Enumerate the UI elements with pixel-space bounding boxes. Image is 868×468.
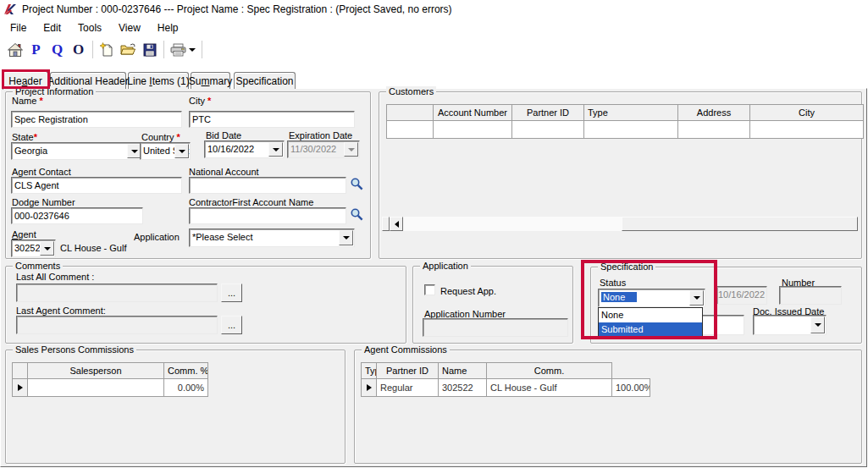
last-all-comment-label: Last All Comment : <box>16 272 94 282</box>
status-dropdown[interactable]: None <box>598 289 705 307</box>
partner-id-cell[interactable] <box>512 121 584 139</box>
tab-summary[interactable]: Summary <box>191 72 230 89</box>
state-label: State* <box>12 132 37 142</box>
app-logo-icon <box>3 3 17 16</box>
scrollbar-corner <box>382 217 390 231</box>
menu-edit[interactable]: Edit <box>35 19 69 36</box>
dropdown-option-none[interactable]: None <box>599 308 702 322</box>
open-folder-button[interactable] <box>118 40 139 60</box>
city-label: City * <box>189 96 211 106</box>
required-asterisk: * <box>207 96 211 106</box>
agent-contact-label: Agent Contact <box>12 167 71 177</box>
type-cell[interactable] <box>584 121 678 139</box>
print-dropdown-icon[interactable] <box>189 48 196 52</box>
column-header-salesperson: Salesperson <box>28 363 164 379</box>
q-icon: Q <box>52 42 63 57</box>
row-selector-cell[interactable] <box>13 379 28 397</box>
chevron-down-icon[interactable] <box>268 142 283 157</box>
bid-date-dropdown[interactable]: 10/16/2022 <box>204 140 285 158</box>
comm-cell[interactable]: 100.00% <box>612 379 650 397</box>
new-document-button[interactable] <box>97 40 118 60</box>
menu-file[interactable]: File <box>2 19 35 36</box>
save-button[interactable] <box>139 40 160 60</box>
home-button[interactable] <box>4 40 25 60</box>
agent-commissions-group: Agent Commissions Type Partner ID Name C… <box>354 350 862 464</box>
scrollbar-track[interactable] <box>403 217 622 231</box>
agent-commissions-table[interactable]: Type Partner ID Name Comm. Regular 30252… <box>361 362 650 397</box>
tab-specification[interactable]: Specification <box>234 72 296 89</box>
doc-issued-date-dropdown[interactable] <box>753 315 827 335</box>
agent-label: Agent <box>12 229 36 240</box>
agent-dropdown[interactable]: 302522 <box>11 240 56 257</box>
bid-date-label: Bid Date <box>206 130 241 140</box>
o-icon: O <box>73 42 84 57</box>
scrollbar-left-button[interactable] <box>390 217 403 231</box>
scrollbar-thumb[interactable] <box>622 217 858 231</box>
last-all-comment-field <box>16 284 218 302</box>
chevron-down-icon[interactable] <box>810 317 825 333</box>
status-selected-value: None <box>601 292 637 302</box>
name-input[interactable]: Spec Registration <box>11 111 182 128</box>
customers-table[interactable]: Account Number Partner ID Type Address C… <box>386 104 864 139</box>
national-account-input[interactable] <box>189 177 346 194</box>
tab-summary-label: Summary <box>189 75 232 87</box>
comm-pct-cell[interactable]: 0.00% <box>164 379 208 397</box>
toolbar-separator <box>202 41 202 58</box>
search-icon[interactable] <box>350 207 364 222</box>
chevron-down-icon[interactable] <box>339 230 353 245</box>
print-button[interactable] <box>168 43 198 57</box>
group-title: Comments <box>13 261 63 272</box>
column-header-address: Address <box>678 105 750 121</box>
chevron-down-icon[interactable] <box>689 290 704 306</box>
chevron-down-icon[interactable] <box>40 241 54 256</box>
status-dropdown-list: None Submitted <box>598 307 703 338</box>
last-all-comment-more-button[interactable]: ... <box>221 284 242 302</box>
comments-group: Comments Last All Comment : ... Last Age… <box>5 266 406 344</box>
menu-tools[interactable]: Tools <box>69 19 110 36</box>
dodge-number-label: Dodge Number <box>12 197 75 207</box>
row-selector-cell[interactable] <box>387 121 434 139</box>
group-title: Specification <box>598 262 655 273</box>
window-title: Project Number : 000-0237646 --- Project… <box>22 3 452 15</box>
address-cell[interactable] <box>678 121 750 139</box>
q-button[interactable]: Q <box>47 40 68 60</box>
row-selector-cell[interactable] <box>362 379 377 397</box>
city-cell[interactable] <box>750 121 864 139</box>
request-app-checkbox[interactable] <box>424 284 435 295</box>
tab-line-items-label: Line Items (1) <box>127 75 189 87</box>
number-field <box>779 286 842 305</box>
open-folder-icon <box>120 43 136 56</box>
last-agent-comment-more-button[interactable]: ... <box>221 316 242 334</box>
menu-view[interactable]: View <box>110 19 149 36</box>
city-input[interactable]: PTC <box>189 111 355 128</box>
arrow-left-icon <box>395 221 399 228</box>
dropdown-option-submitted[interactable]: Submitted <box>599 322 702 337</box>
tab-line-items[interactable]: Line Items (1) <box>128 72 189 89</box>
tab-specification-label: Specification <box>235 75 293 87</box>
account-number-cell[interactable] <box>434 121 512 139</box>
partner-id-cell[interactable]: 302522 <box>439 379 487 397</box>
type-cell[interactable]: Regular <box>377 379 439 397</box>
dodge-number-input[interactable]: 000-0237646 <box>11 207 143 224</box>
state-dropdown[interactable]: Georgia <box>11 142 143 160</box>
table-row[interactable] <box>387 121 864 139</box>
country-dropdown[interactable]: United Stat <box>140 142 191 160</box>
chevron-down-icon[interactable] <box>174 144 189 158</box>
p-button[interactable]: P <box>25 40 47 60</box>
menu-help[interactable]: Help <box>149 19 187 36</box>
agent-contact-input[interactable]: CLS Agent <box>11 177 182 194</box>
name-cell[interactable]: CL House - Gulf <box>487 379 612 397</box>
application-window: Project Number : 000-0237646 --- Project… <box>0 0 868 468</box>
column-header-type: Type <box>584 105 678 121</box>
contractor-first-label: ContractorFirst Account Name <box>189 197 313 207</box>
o-button[interactable]: O <box>68 40 89 60</box>
table-row[interactable]: 0.00% <box>13 379 208 397</box>
column-header-type: Type <box>362 363 377 379</box>
contractor-first-input[interactable] <box>189 207 346 224</box>
search-icon[interactable] <box>350 177 364 191</box>
sales-commissions-table[interactable]: Salesperson Comm. % 0.00% <box>12 362 208 397</box>
toolbar-separator <box>163 41 164 58</box>
application-dropdown[interactable]: *Please Select <box>189 228 355 247</box>
table-row[interactable]: Regular 302522 CL House - Gulf 100.00% <box>362 379 650 397</box>
salesperson-cell[interactable] <box>28 379 164 397</box>
